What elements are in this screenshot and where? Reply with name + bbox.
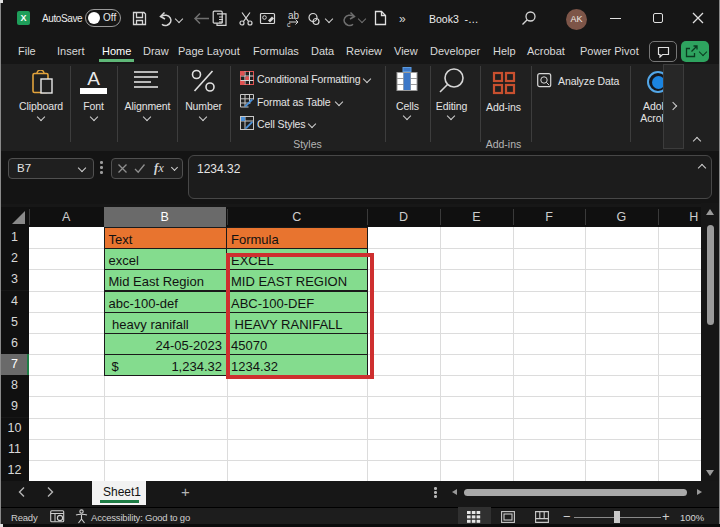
svg-text:ab: ab — [288, 10, 300, 21]
svg-text:c: c — [287, 21, 291, 27]
